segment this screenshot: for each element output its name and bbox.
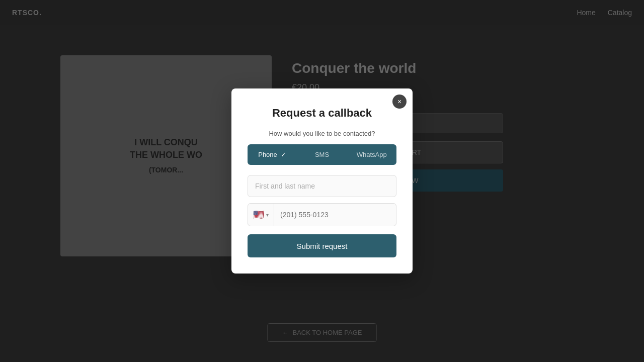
callback-modal: × Request a callback How would you like … [231,88,413,274]
phone-row: 🇺🇸 ▾ [248,203,396,226]
contact-method-toggle: Phone ✓ SMS WhatsApp [248,144,396,165]
flag-emoji: 🇺🇸 [253,209,264,220]
toggle-whatsapp[interactable]: WhatsApp [348,146,395,163]
phone-check-icon: ✓ [281,151,286,158]
toggle-sms[interactable]: SMS [299,146,346,163]
country-flag-button[interactable]: 🇺🇸 ▾ [248,204,274,226]
modal-title: Request a callback [248,107,396,120]
toggle-phone[interactable]: Phone ✓ [249,146,296,163]
flag-dropdown-icon: ▾ [266,212,269,218]
phone-input[interactable] [274,204,396,226]
submit-request-button[interactable]: Submit request [248,234,396,257]
modal-close-button[interactable]: × [392,95,407,109]
modal-subtitle: How would you like to be contacted? [248,130,396,137]
name-input[interactable] [248,175,396,197]
